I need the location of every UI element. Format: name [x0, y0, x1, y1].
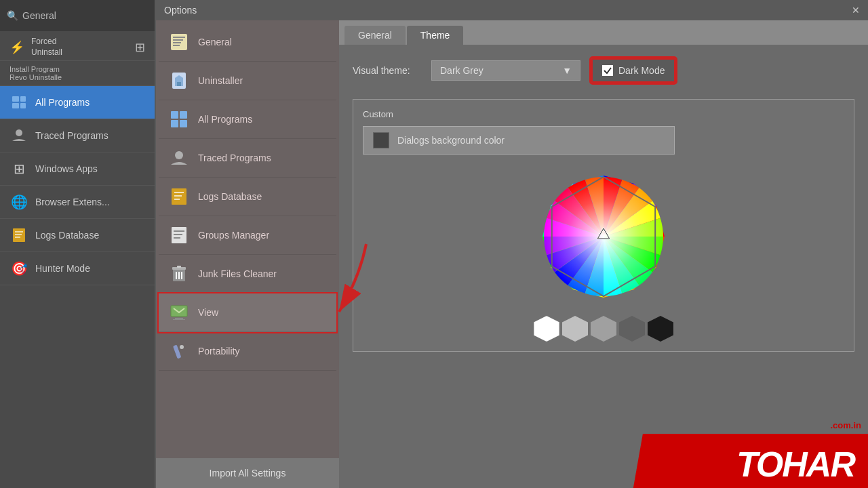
import-settings-area: Import All Settings — [156, 458, 339, 488]
sidebar-item-hunter-mode[interactable]: 🎯 Hunter Mode — [0, 252, 155, 285]
svg-point-20 — [175, 151, 183, 159]
svg-rect-12 — [173, 42, 181, 43]
watermark-text: TOHAR — [736, 444, 854, 485]
uninstaller-nav-icon — [168, 70, 190, 92]
svg-rect-2 — [12, 103, 19, 108]
svg-point-42 — [544, 177, 663, 296]
svg-rect-11 — [173, 39, 183, 41]
svg-rect-3 — [20, 103, 26, 108]
color-wheel[interactable] — [532, 165, 675, 308]
sidebar-item-all-programs[interactable]: All Programs — [0, 86, 155, 119]
svg-rect-24 — [174, 199, 180, 200]
junk-files-nav-label: Junk Files Cleaner — [198, 268, 277, 279]
opt-nav-uninstaller[interactable]: Uninstaller — [159, 62, 336, 100]
svg-rect-38 — [173, 319, 185, 320]
view-nav-icon — [168, 302, 190, 323]
svg-rect-23 — [174, 195, 182, 197]
svg-rect-16 — [171, 111, 178, 119]
svg-rect-6 — [15, 231, 23, 232]
theme-select[interactable]: Dark Grey ▼ — [431, 60, 580, 81]
view-nav-label: View — [198, 307, 218, 318]
all-programs-icon — [9, 93, 28, 112]
dark-mode-label: Dark Mode — [618, 65, 665, 76]
logs-nav-icon — [168, 186, 190, 207]
opt-nav-junk-files[interactable]: Junk Files Cleaner — [159, 255, 336, 293]
grayscale-light[interactable] — [562, 316, 588, 342]
sidebar-item-windows-apps[interactable]: ⊞ Windows Apps — [0, 152, 155, 186]
dialog-bg-label: Dialogs background color — [397, 135, 505, 146]
svg-rect-22 — [174, 192, 184, 193]
sidebar-item-browser-extensions[interactable]: 🌐 Browser Extens... — [0, 186, 155, 219]
windows-apps-label: Windows Apps — [35, 163, 98, 174]
svg-rect-10 — [173, 37, 185, 38]
tab-general[interactable]: General — [344, 26, 406, 45]
sidebar-item-logs-database[interactable]: Logs Database — [0, 219, 155, 252]
svg-rect-28 — [174, 237, 180, 239]
hunter-icon: 🎯 — [9, 259, 28, 278]
close-button[interactable]: ✕ — [852, 5, 860, 16]
opt-nav-groups-manager[interactable]: Groups Manager — [159, 216, 336, 255]
opt-nav-view[interactable]: View — [159, 293, 336, 332]
tab-theme[interactable]: Theme — [407, 26, 464, 45]
groups-nav-icon — [168, 224, 190, 246]
traced-programs-nav-label: Traced Programs — [198, 152, 271, 163]
all-programs-nav-label: All Programs — [198, 114, 252, 125]
svg-rect-35 — [171, 306, 187, 317]
portability-nav-label: Portability — [198, 346, 239, 357]
svg-rect-8 — [15, 237, 20, 238]
hunter-label: Hunter Mode — [35, 263, 90, 274]
logs-label: Logs Database — [35, 230, 99, 241]
svg-rect-1 — [20, 96, 26, 102]
all-programs-label: All Programs — [35, 97, 90, 108]
windows-apps-icon: ⊞ — [135, 40, 145, 55]
install-program-label: Install ProgramRevo Uninstalle — [9, 65, 62, 81]
search-bar[interactable]: 🔍 General — [0, 0, 155, 31]
forced-uninstall-label: ForcedUninstall — [31, 37, 62, 58]
opt-nav-logs-database[interactable]: Logs Database — [159, 178, 336, 216]
options-titlebar: Options ✕ — [156, 0, 868, 20]
svg-point-4 — [16, 129, 22, 136]
watermark-area: TOHAR .com.in — [610, 413, 868, 488]
opt-nav-portability[interactable]: Portability — [159, 332, 336, 371]
grayscale-medium-dark[interactable] — [619, 316, 645, 342]
install-program-area: Install ProgramRevo Uninstalle — [0, 61, 155, 86]
options-tabs: General Theme — [339, 20, 868, 45]
uninstaller-nav-label: Uninstaller — [198, 75, 243, 86]
dialog-bg-button[interactable]: Dialogs background color — [363, 126, 675, 155]
sidebar-item-traced-programs[interactable]: Traced Programs — [0, 119, 155, 152]
windows-icon: ⊞ — [9, 159, 28, 178]
logs-icon — [9, 226, 28, 245]
search-icon: 🔍 — [7, 10, 18, 21]
grayscale-white[interactable] — [534, 316, 559, 342]
svg-rect-31 — [177, 266, 181, 268]
watermark-bg: TOHAR — [632, 434, 868, 488]
grayscale-row — [534, 316, 673, 342]
grayscale-dark[interactable] — [648, 316, 673, 342]
visual-theme-label: Visual theme: — [353, 65, 420, 76]
general-nav-icon — [168, 31, 190, 53]
groups-manager-nav-label: Groups Manager — [198, 230, 269, 241]
svg-rect-37 — [175, 318, 183, 319]
svg-rect-27 — [174, 234, 182, 235]
svg-rect-15 — [177, 82, 181, 86]
dark-mode-button[interactable]: Dark Mode — [591, 58, 675, 83]
opt-nav-general[interactable]: General — [159, 23, 336, 62]
all-programs-nav-icon — [168, 108, 190, 130]
import-all-settings-button[interactable]: Import All Settings — [156, 458, 339, 488]
options-nav: General Uninstaller — [156, 20, 339, 488]
svg-rect-7 — [15, 234, 22, 235]
custom-section-label: Custom — [363, 109, 844, 119]
forced-uninstall-area: ⚡ ForcedUninstall ⊞ — [0, 31, 155, 61]
opt-nav-all-programs[interactable]: All Programs — [159, 100, 336, 139]
browser-label: Browser Extens... — [35, 197, 110, 207]
dark-mode-checkbox[interactable] — [602, 65, 613, 76]
traced-programs-label: Traced Programs — [35, 130, 108, 141]
theme-value: Dark Grey — [440, 65, 484, 76]
grayscale-medium-light[interactable] — [591, 316, 616, 342]
svg-rect-0 — [12, 96, 19, 102]
chevron-down-icon: ▼ — [562, 65, 572, 76]
watermark-domain: .com.in — [830, 420, 861, 430]
left-sidebar: 🔍 General ⚡ ForcedUninstall ⊞ Install Pr… — [0, 0, 155, 488]
forced-uninstall-icon: ⚡ — [9, 40, 24, 55]
opt-nav-traced-programs[interactable]: Traced Programs — [159, 139, 336, 178]
